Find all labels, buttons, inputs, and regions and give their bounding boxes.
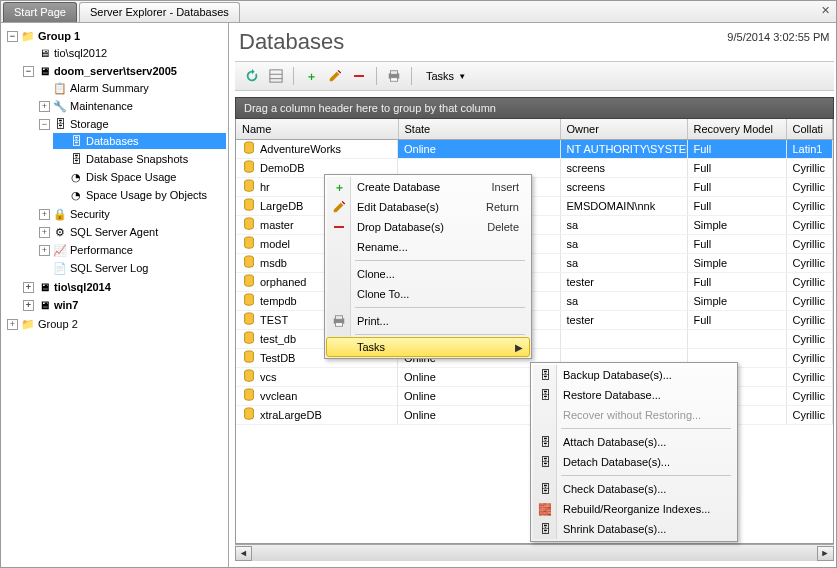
col-header-state[interactable]: State xyxy=(398,119,560,139)
scroll-right-icon[interactable]: ► xyxy=(817,546,834,561)
cell-owner[interactable]: tester xyxy=(560,273,687,292)
explorer-tree[interactable]: − 📁 Group 1 🖥 tio\sql2012 − 🖥 xyxy=(1,23,229,567)
delete-button[interactable] xyxy=(348,65,370,87)
cell-collation[interactable]: Cyrillic xyxy=(786,216,832,235)
tab-server-explorer[interactable]: Server Explorer - Databases xyxy=(79,2,240,22)
ctx-drop-database[interactable]: Drop Database(s) Delete xyxy=(327,217,529,237)
cell-owner[interactable]: sa xyxy=(560,292,687,311)
tree-databases[interactable]: 🗄Databases xyxy=(53,133,226,149)
collapse-icon[interactable]: − xyxy=(23,66,34,77)
cell-collation[interactable]: Cyrillic xyxy=(786,178,832,197)
tree-group1[interactable]: − 📁 Group 1 xyxy=(5,28,226,44)
cell-name[interactable]: vcs xyxy=(236,368,398,387)
col-header-owner[interactable]: Owner xyxy=(560,119,687,139)
ctx-backup[interactable]: 🗄Backup Database(s)... xyxy=(533,365,735,385)
scroll-left-icon[interactable]: ◄ xyxy=(235,546,252,561)
tab-start-page[interactable]: Start Page xyxy=(3,2,77,22)
collapse-icon[interactable]: − xyxy=(39,119,50,130)
tree-performance[interactable]: +📈Performance xyxy=(37,242,226,258)
cell-collation[interactable]: Cyrillic xyxy=(786,349,832,368)
cell-owner[interactable]: sa xyxy=(560,216,687,235)
cell-collation[interactable]: Cyrillic xyxy=(786,273,832,292)
table-row[interactable]: AdventureWorksOnlineNT AUTHORITY\SYSTEMF… xyxy=(236,139,832,159)
cell-recovery[interactable]: Simple xyxy=(687,292,786,311)
cell-collation[interactable]: Cyrillic xyxy=(786,197,832,216)
close-icon[interactable]: ✕ xyxy=(821,4,830,17)
expand-icon[interactable]: + xyxy=(23,300,34,311)
cell-collation[interactable]: Cyrillic xyxy=(786,387,832,406)
cell-collation[interactable]: Cyrillic xyxy=(786,311,832,330)
cell-recovery[interactable]: Full xyxy=(687,273,786,292)
cell-recovery[interactable]: Full xyxy=(687,311,786,330)
tree-server-sql2014[interactable]: +🖥tio\sql2014 xyxy=(21,279,226,295)
tree-group2[interactable]: +📁Group 2 xyxy=(5,316,226,332)
cell-owner[interactable]: screens xyxy=(560,178,687,197)
expand-icon[interactable]: + xyxy=(7,319,18,330)
collapse-icon[interactable]: − xyxy=(7,31,18,42)
cell-owner[interactable]: EMSDOMAIN\nnk xyxy=(560,197,687,216)
grid-button[interactable] xyxy=(265,65,287,87)
cell-name[interactable]: AdventureWorks xyxy=(236,140,398,159)
cell-recovery[interactable]: Full xyxy=(687,235,786,254)
cell-collation[interactable]: Cyrillic xyxy=(786,254,832,273)
cell-recovery[interactable]: Full xyxy=(687,159,786,178)
group-by-bar[interactable]: Drag a column header here to group by th… xyxy=(235,97,834,119)
expand-icon[interactable]: + xyxy=(39,101,50,112)
cell-name[interactable]: vvclean xyxy=(236,387,398,406)
tree-server-sql2012[interactable]: 🖥 tio\sql2012 xyxy=(21,45,226,61)
ctx-attach[interactable]: 🗄Attach Database(s)... xyxy=(533,432,735,452)
ctx-check[interactable]: 🗄Check Database(s)... xyxy=(533,479,735,499)
cell-owner[interactable]: sa xyxy=(560,254,687,273)
ctx-restore[interactable]: 🗄Restore Database... xyxy=(533,385,735,405)
ctx-shrink[interactable]: 🗄Shrink Database(s)... xyxy=(533,519,735,539)
cell-collation[interactable]: Cyrillic xyxy=(786,330,832,349)
cell-owner[interactable]: tester xyxy=(560,311,687,330)
expand-icon[interactable]: + xyxy=(39,209,50,220)
cell-owner[interactable]: screens xyxy=(560,159,687,178)
cell-recovery[interactable] xyxy=(687,330,786,349)
cell-state[interactable]: Online xyxy=(398,139,560,159)
tree-server-win7[interactable]: +🖥win7 xyxy=(21,297,226,313)
refresh-button[interactable] xyxy=(241,65,263,87)
cell-recovery[interactable]: Full xyxy=(687,197,786,216)
ctx-rebuild[interactable]: 🧱Rebuild/Reorganize Indexes... xyxy=(533,499,735,519)
cell-collation[interactable]: Cyrillic xyxy=(786,406,832,425)
cell-collation[interactable]: Latin1 xyxy=(786,139,832,159)
cell-collation[interactable]: Cyrillic xyxy=(786,292,832,311)
context-menu[interactable]: ＋ Create Database Insert Edit Database(s… xyxy=(324,174,532,359)
tree-alarm-summary[interactable]: 📋Alarm Summary xyxy=(37,80,226,96)
tree-server-log[interactable]: 📄SQL Server Log xyxy=(37,260,226,276)
ctx-print[interactable]: Print... xyxy=(327,311,529,331)
tree-snapshots[interactable]: 🗄Database Snapshots xyxy=(53,151,226,167)
tree-maintenance[interactable]: +🔧Maintenance xyxy=(37,98,226,114)
expand-icon[interactable]: + xyxy=(39,245,50,256)
expand-icon[interactable]: + xyxy=(23,282,34,293)
ctx-clone[interactable]: Clone... xyxy=(327,264,529,284)
tree-security[interactable]: +🔒Security xyxy=(37,206,226,222)
tree-space-objects[interactable]: ◔Space Usage by Objects xyxy=(53,187,226,203)
col-header-collation[interactable]: Collati xyxy=(786,119,832,139)
cell-collation[interactable]: Cyrillic xyxy=(786,368,832,387)
ctx-detach[interactable]: 🗄Detach Database(s)... xyxy=(533,452,735,472)
tree-disk-usage[interactable]: ◔Disk Space Usage xyxy=(53,169,226,185)
cell-owner[interactable] xyxy=(560,330,687,349)
cell-recovery[interactable]: Full xyxy=(687,178,786,197)
create-button[interactable]: ＋ xyxy=(300,65,322,87)
tasks-submenu[interactable]: 🗄Backup Database(s)... 🗄Restore Database… xyxy=(530,362,738,542)
ctx-create-database[interactable]: ＋ Create Database Insert xyxy=(327,177,529,197)
ctx-clone-to[interactable]: Clone To... xyxy=(327,284,529,304)
cell-collation[interactable]: Cyrillic xyxy=(786,159,832,178)
cell-name[interactable]: xtraLargeDB xyxy=(236,406,398,425)
tree-storage[interactable]: −🗄Storage xyxy=(37,116,226,132)
col-header-name[interactable]: Name xyxy=(236,119,398,139)
edit-button[interactable] xyxy=(324,65,346,87)
ctx-tasks[interactable]: Tasks ▶ xyxy=(326,337,530,357)
cell-recovery[interactable]: Simple xyxy=(687,216,786,235)
tree-agent[interactable]: +⚙SQL Server Agent xyxy=(37,224,226,240)
cell-collation[interactable]: Cyrillic xyxy=(786,235,832,254)
horizontal-scrollbar[interactable]: ◄ ► xyxy=(235,544,834,561)
cell-recovery[interactable]: Full xyxy=(687,139,786,159)
ctx-edit-database[interactable]: Edit Database(s) Return xyxy=(327,197,529,217)
cell-owner[interactable]: sa xyxy=(560,235,687,254)
tree-server-doom[interactable]: − 🖥 doom_server\tserv2005 xyxy=(21,63,226,79)
